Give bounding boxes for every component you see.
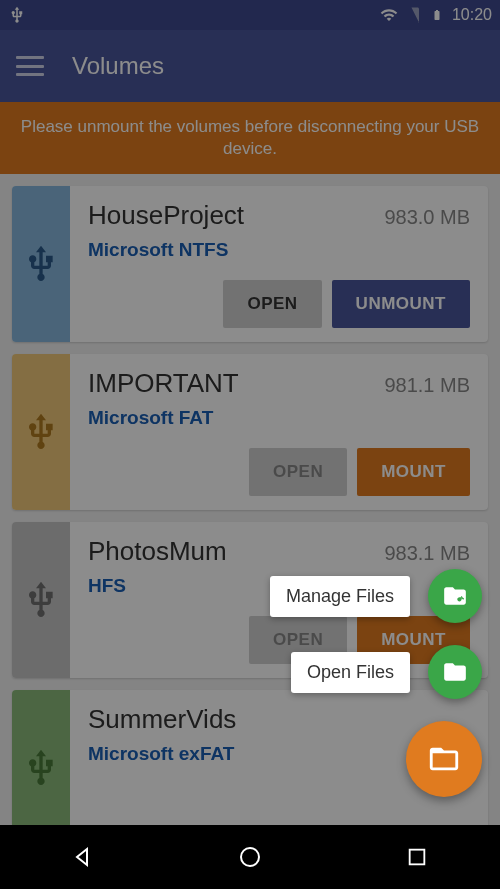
svg-point-0 (241, 848, 259, 866)
volume-name: SummerVids (88, 704, 236, 735)
volume-size: 983.0 MB (384, 206, 470, 229)
volume-stripe (12, 354, 70, 510)
volume-filesystem: Microsoft FAT (88, 407, 470, 429)
recent-button[interactable] (402, 842, 432, 872)
fab-menu: Manage Files Open Files (270, 569, 482, 797)
usb-icon (21, 244, 61, 284)
fab-label-open[interactable]: Open Files (291, 652, 410, 693)
volume-card: HouseProject 983.0 MB Microsoft NTFS OPE… (12, 186, 488, 342)
app-bar: Volumes (0, 30, 500, 102)
svg-rect-1 (409, 850, 424, 865)
volume-name: PhotosMum (88, 536, 227, 567)
unmount-button[interactable]: UNMOUNT (332, 280, 470, 328)
manage-files-fab[interactable] (428, 569, 482, 623)
volume-size: 981.1 MB (384, 374, 470, 397)
volume-name: HouseProject (88, 200, 244, 231)
volume-size: 983.1 MB (384, 542, 470, 565)
home-button[interactable] (235, 842, 265, 872)
mount-button[interactable]: MOUNT (357, 448, 470, 496)
open-button: OPEN (249, 448, 347, 496)
page-title: Volumes (72, 52, 164, 80)
usb-icon (21, 412, 61, 452)
usb-icon (21, 580, 61, 620)
folder-icon (442, 659, 468, 685)
volume-name: IMPORTANT (88, 368, 239, 399)
warning-banner: Please unmount the volumes before discon… (0, 102, 500, 174)
fab-label-manage[interactable]: Manage Files (270, 576, 410, 617)
usb-status-icon (8, 6, 26, 24)
volume-filesystem: Microsoft NTFS (88, 239, 470, 261)
usb-icon (21, 748, 61, 788)
status-time: 10:20 (452, 6, 492, 24)
back-button[interactable] (68, 842, 98, 872)
open-button[interactable]: OPEN (223, 280, 321, 328)
sim-icon (404, 6, 422, 24)
folder-open-icon (427, 742, 461, 776)
main-fab[interactable] (406, 721, 482, 797)
wifi-icon (380, 6, 398, 24)
android-nav-bar (0, 825, 500, 889)
open-files-fab[interactable] (428, 645, 482, 699)
volume-stripe (12, 522, 70, 678)
volume-card: IMPORTANT 981.1 MB Microsoft FAT OPEN MO… (12, 354, 488, 510)
volume-stripe (12, 186, 70, 342)
volume-stripe (12, 690, 70, 846)
status-bar: 10:20 (0, 0, 500, 30)
folder-wrench-icon (442, 583, 468, 609)
battery-icon (428, 6, 446, 24)
menu-icon[interactable] (16, 56, 44, 76)
